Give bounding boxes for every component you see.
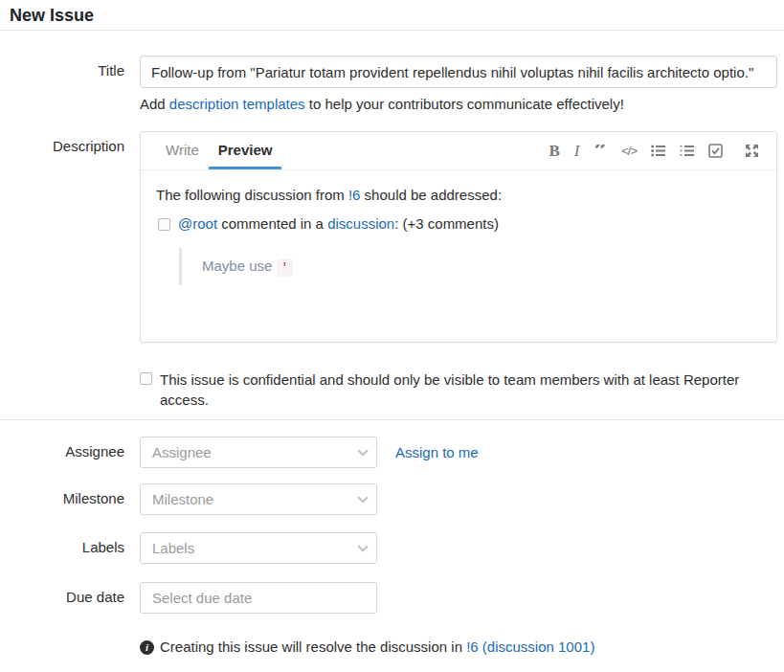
quote-icon[interactable]: ” (594, 145, 607, 158)
labels-dropdown[interactable]: Labels (140, 532, 377, 564)
preview-pane: The following discussion from !6 should … (141, 170, 776, 300)
due-date-input[interactable] (140, 582, 377, 614)
confidential-label: This issue is confidential and should on… (160, 370, 784, 410)
title-label: Title (0, 56, 124, 88)
user-link[interactable]: @root (178, 215, 217, 232)
assignee-row: Assignee Assignee Assign to me (0, 437, 784, 468)
task-list-item: @root commented in a discussion: (+3 com… (158, 213, 761, 234)
assign-to-me-link[interactable]: Assign to me (395, 437, 479, 468)
issue-title-input[interactable] (140, 56, 777, 88)
quoted-comment: Maybe use ' (179, 248, 761, 285)
confidential-row: This issue is confidential and should on… (0, 370, 784, 410)
due-date-row: Due date (0, 582, 784, 614)
page-header: New Issue (0, 0, 784, 31)
tab-write[interactable]: Write (156, 132, 209, 169)
bold-icon[interactable]: B (549, 142, 559, 161)
title-help-row: Add description templates to help your c… (0, 95, 784, 114)
resolve-note-text: Creating this issue will resolve the dis… (160, 638, 594, 657)
inline-code: ' (277, 258, 294, 277)
discussion-link[interactable]: discussion (327, 215, 394, 232)
merge-request-link[interactable]: !6 (348, 187, 361, 203)
chevron-down-icon (357, 445, 368, 456)
description-label: Description (0, 131, 124, 343)
info-icon: i (140, 640, 154, 655)
labels-label: Labels (0, 532, 124, 564)
editor-header: Write Preview B I ” </> (141, 132, 776, 170)
chevron-down-icon (357, 492, 368, 503)
assignee-dropdown[interactable]: Assignee (140, 437, 377, 468)
resolve-discussion-link[interactable]: !6 (discussion 1001) (466, 638, 594, 655)
italic-icon[interactable]: I (574, 142, 580, 161)
milestone-label: Milestone (0, 483, 124, 515)
task-checkbox (158, 218, 170, 231)
confidential-checkbox[interactable] (140, 372, 152, 385)
chevron-down-icon (357, 541, 368, 551)
fullscreen-icon[interactable] (745, 144, 759, 158)
page-title: New Issue (10, 5, 774, 27)
due-date-label: Due date (0, 582, 124, 614)
tab-preview[interactable]: Preview (209, 132, 282, 169)
title-help-text: Add description templates to help your c… (140, 95, 784, 114)
code-icon[interactable]: </> (621, 144, 637, 158)
milestone-dropdown[interactable]: Milestone (140, 483, 377, 515)
milestone-row: Milestone Milestone (0, 483, 784, 515)
resolve-note-row: i Creating this issue will resolve the d… (0, 638, 784, 657)
section-divider (0, 419, 784, 420)
bullet-list-icon[interactable] (651, 144, 665, 158)
description-templates-link[interactable]: description templates (169, 96, 305, 112)
task-list-icon[interactable] (708, 144, 723, 158)
labels-row: Labels Labels (0, 532, 784, 564)
description-editor: Write Preview B I ” </> (140, 131, 777, 343)
title-row: Title (0, 56, 784, 88)
description-row: Description Write Preview B I ” </> (0, 131, 784, 343)
preview-intro: The following discussion from !6 should … (156, 185, 761, 205)
assignee-label: Assignee (0, 437, 124, 468)
task-text: @root commented in a discussion: (+3 com… (178, 213, 499, 234)
numbered-list-icon[interactable] (680, 144, 694, 158)
editor-toolbar: B I ” </> (549, 132, 776, 169)
